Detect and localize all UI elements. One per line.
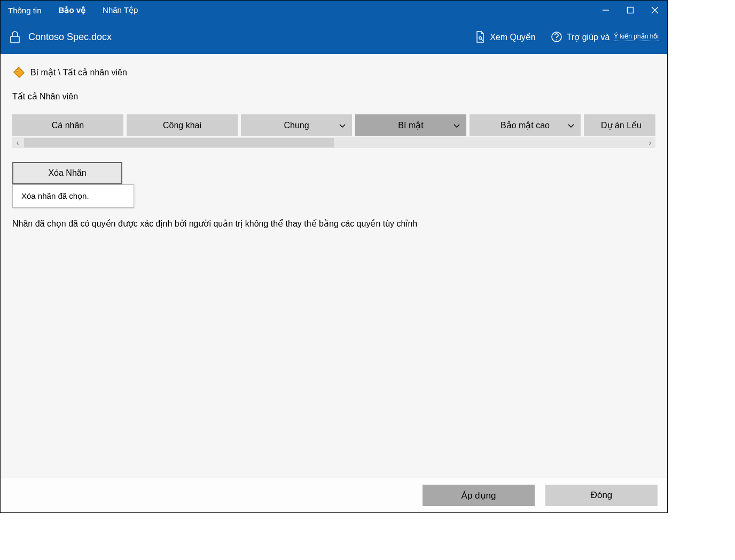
window-controls (593, 1, 667, 20)
chevron-down-icon (453, 121, 460, 130)
footer-bar: Áp dụng Đóng (1, 478, 667, 512)
tab-file-label[interactable]: Nhãn Tệp (103, 2, 145, 18)
close-button[interactable] (643, 1, 667, 20)
svg-point-9 (16, 69, 18, 71)
label-option-text: Bí mật (398, 120, 423, 130)
label-option-text: Dự án Lều (601, 120, 642, 130)
label-option-text: Cá nhân (52, 121, 84, 130)
help-icon (551, 31, 562, 43)
maximize-button[interactable] (618, 1, 643, 20)
delete-label-button[interactable]: Xóa Nhãn (12, 162, 122, 184)
label-option-general[interactable]: Chung (241, 114, 352, 136)
svg-line-6 (481, 39, 483, 41)
scroll-thumb[interactable] (24, 138, 334, 147)
main-area: Bí mật \ Tất cả nhân viên Tất cả Nhân vi… (1, 54, 667, 512)
label-option-personal[interactable]: Cá nhân (12, 114, 123, 136)
file-title: Contoso Spec.docx (28, 32, 112, 43)
label-scrollbar[interactable]: ‹ › (12, 137, 655, 148)
protection-dialog: Thông tin Bảo vệ Nhãn Tệp (0, 0, 668, 513)
current-label-row: Bí mật \ Tất cả nhân viên (1, 54, 667, 84)
view-rights-label: Xem Quyền (490, 32, 536, 42)
view-rights-link[interactable]: Xem Quyền (475, 30, 536, 43)
minimize-icon (602, 6, 609, 14)
svg-point-8 (556, 40, 557, 41)
lock-icon (9, 30, 21, 44)
label-bar: Cá nhân Công khai Chung Bí mật (1, 107, 667, 148)
label-option-public[interactable]: Công khai (127, 114, 238, 136)
chevron-down-icon (568, 121, 574, 130)
svg-rect-1 (628, 7, 634, 13)
help-feedback-link[interactable]: Trợ giúp và Ý kiến phản hồi (551, 31, 659, 43)
minimize-button[interactable] (593, 1, 618, 20)
scroll-left-arrow[interactable]: ‹ (12, 137, 23, 148)
help-and-label: Trợ giúp và (567, 32, 610, 42)
delete-label-tooltip: Xóa nhãn đã chọn. (12, 184, 134, 208)
svg-rect-4 (11, 36, 19, 43)
delete-label-section: Xóa Nhãn Xóa nhãn đã chọn. (1, 148, 667, 184)
subheading: Tất cả Nhân viên (1, 84, 667, 107)
scroll-right-arrow[interactable]: › (645, 137, 655, 148)
svg-point-5 (479, 37, 482, 40)
header-file-row: Contoso Spec.docx Xem Quyền (1, 20, 667, 54)
file-title-wrap: Contoso Spec.docx (9, 30, 112, 44)
header-bar: Thông tin Bảo vệ Nhãn Tệp (1, 1, 667, 54)
label-option-project-tent[interactable]: Dự án Lều (584, 114, 655, 136)
maximize-icon (627, 6, 634, 14)
label-option-text: Bảo mật cao (501, 120, 550, 130)
label-option-highly-confidential[interactable]: Bảo mật cao (470, 114, 581, 136)
label-buttons-row: Cá nhân Công khai Chung Bí mật (12, 114, 655, 136)
document-icon (475, 30, 486, 43)
tab-info[interactable]: Thông tin (8, 3, 49, 18)
close-dialog-button[interactable]: Đóng (545, 485, 658, 506)
label-option-confidential[interactable]: Bí mật (355, 114, 466, 136)
close-icon (651, 6, 659, 14)
header-right: Xem Quyền Trợ giúp và Ý kiến phản hồi (475, 30, 659, 43)
label-option-text: Công khai (163, 121, 201, 130)
tab-protect[interactable]: Bảo vệ (59, 2, 93, 18)
feedback-label: Ý kiến phản hồi (614, 33, 659, 41)
chevron-down-icon (339, 121, 346, 130)
apply-button[interactable]: Áp dụng (423, 485, 535, 506)
label-option-text: Chung (284, 121, 309, 130)
current-label-path: Bí mật \ Tất cả nhân viên (30, 67, 127, 77)
tag-icon (12, 66, 25, 79)
header-tabs-row: Thông tin Bảo vệ Nhãn Tệp (1, 1, 667, 20)
